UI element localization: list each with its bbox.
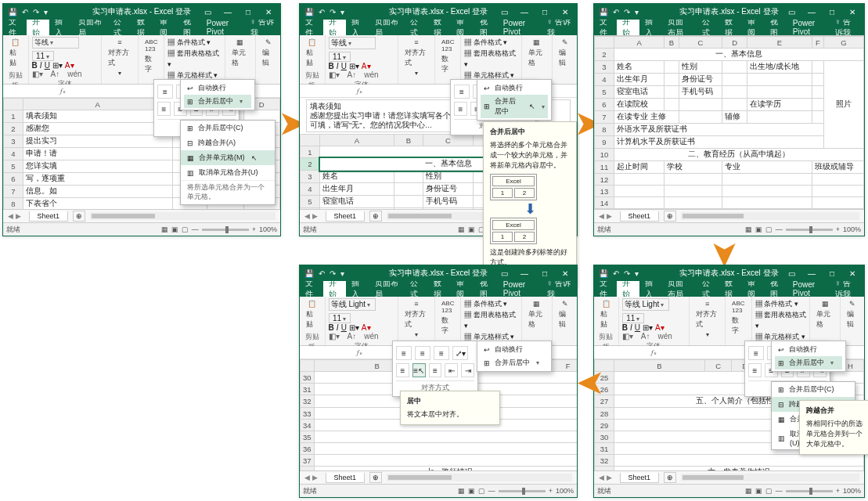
- italic-button[interactable]: I: [630, 323, 632, 332]
- phonetic-icon[interactable]: wén: [364, 332, 378, 341]
- add-sheet-button[interactable]: ⊕: [664, 472, 676, 483]
- view-break-icon[interactable]: ▢: [182, 225, 189, 233]
- paste-button[interactable]: 📋粘贴: [303, 37, 322, 70]
- underline-button[interactable]: U: [45, 61, 50, 70]
- view-layout-icon[interactable]: ▣: [468, 487, 475, 495]
- tab-file[interactable]: 文件: [300, 281, 323, 297]
- cell[interactable]: 六、发表著作情况: [614, 467, 864, 471]
- fx-icon[interactable]: 𝑓ₓ: [648, 348, 660, 357]
- bold-button[interactable]: B: [32, 61, 38, 70]
- cells-button[interactable]: ▦单元格: [525, 37, 549, 70]
- col-header[interactable]: F: [812, 37, 823, 49]
- tab-insert[interactable]: 插入: [639, 281, 662, 297]
- merge-center-split[interactable]: ⊞合并后居中: [184, 95, 251, 108]
- increase-font-icon[interactable]: A↑: [641, 332, 650, 341]
- tab-powerpivot[interactable]: Power Pivot: [498, 20, 542, 35]
- cell[interactable]: 寝室电话: [614, 86, 665, 99]
- cond-format-button[interactable]: ▦ 条件格式 ▾: [755, 298, 807, 309]
- cond-format-button[interactable]: ▦ 条件格式 ▾: [464, 298, 517, 309]
- font-size[interactable]: 11: [622, 313, 644, 323]
- border-icon[interactable]: ⊞▾: [349, 62, 359, 70]
- view-normal-icon[interactable]: ▦: [745, 487, 752, 495]
- editing-button[interactable]: ✎编辑: [844, 298, 861, 331]
- h-scrollbar[interactable]: [387, 474, 572, 481]
- align-left-icon[interactable]: ≡: [748, 363, 762, 377]
- cell[interactable]: 写，逐项重: [23, 173, 173, 186]
- view-normal-icon[interactable]: ▦: [161, 225, 168, 233]
- editing-button[interactable]: ✎ 编辑: [259, 37, 277, 70]
- cell[interactable]: 申请！请: [23, 148, 173, 160]
- fontcolor-icon[interactable]: A▾: [362, 323, 371, 332]
- tab-tellme[interactable]: ♀ 告诉我: [830, 20, 864, 35]
- number-button[interactable]: ABC123数字: [729, 298, 747, 337]
- cell[interactable]: 在读专业 主修: [614, 111, 679, 124]
- align-center-icon[interactable]: ≡↖: [412, 363, 426, 377]
- tab-review[interactable]: 审阅: [451, 20, 474, 35]
- tab-file[interactable]: 文件: [594, 20, 617, 35]
- fx-icon[interactable]: 𝑓ₓ: [354, 348, 366, 357]
- indent-inc-icon[interactable]: ⇥: [461, 363, 474, 377]
- merge-center-split[interactable]: ⊞合并后居中: [775, 356, 842, 369]
- cell[interactable]: 外语水平及所获证书: [614, 124, 824, 136]
- qat-undo-icon[interactable]: ↶: [22, 8, 28, 16]
- cell[interactable]: 班级或辅导: [812, 161, 863, 174]
- view-normal-icon[interactable]: ▦: [458, 225, 465, 233]
- orientation-icon[interactable]: ⤢▾: [452, 346, 468, 360]
- italic-button[interactable]: I: [337, 323, 339, 332]
- cell[interactable]: 您详实填: [23, 160, 173, 173]
- tab-view[interactable]: 视图: [765, 281, 787, 297]
- increase-font-icon[interactable]: A↑: [348, 70, 357, 79]
- font-size[interactable]: 11: [329, 313, 351, 323]
- zoom-in-button[interactable]: +: [836, 487, 840, 495]
- tab-data[interactable]: 数据: [428, 281, 452, 297]
- align-top-icon[interactable]: ≡: [396, 346, 412, 360]
- photo-placeholder[interactable]: 照片: [824, 61, 864, 149]
- cell[interactable]: 辅修: [722, 111, 747, 124]
- align-middle-icon[interactable]: ≡: [415, 346, 430, 360]
- spreadsheet[interactable]: ABCDEFG 2一、基本信息 3姓名性别出生地/成长地照片 4出生年月身份证号…: [594, 36, 864, 209]
- cell[interactable]: 身份证号: [423, 183, 473, 196]
- qat-more-icon[interactable]: ▾: [44, 8, 48, 16]
- wrap-text-button[interactable]: ↩自动换行: [775, 343, 842, 356]
- col-header[interactable]: C: [705, 360, 732, 372]
- tab-formulas[interactable]: 公式: [405, 281, 428, 297]
- sheet-nav[interactable]: ◀ ▶: [3, 212, 26, 220]
- zoom-slider[interactable]: [499, 490, 546, 492]
- cell[interactable]: 感谢您: [23, 123, 173, 135]
- merge-across-item[interactable]: ⊟跨越合并(A): [181, 135, 275, 150]
- cond-format-button[interactable]: ▦ 条件格式 ▾: [167, 37, 221, 48]
- table-format-button[interactable]: ▦ 套用表格格式 ▾: [464, 48, 517, 70]
- add-sheet-button[interactable]: ⊕: [664, 211, 676, 222]
- bold-button[interactable]: B: [622, 323, 628, 332]
- font-family[interactable]: 等线 Light: [622, 298, 669, 311]
- cell[interactable]: 在读院校: [320, 208, 394, 210]
- wrap-text-button[interactable]: ↩自动换行: [184, 81, 251, 95]
- tab-powerpivot[interactable]: Power Pivot: [201, 20, 245, 35]
- cell[interactable]: 信息。如: [23, 186, 173, 198]
- view-layout-icon[interactable]: ▣: [171, 225, 178, 233]
- tab-insert[interactable]: 插入: [346, 20, 369, 35]
- fontcolor-icon[interactable]: A▾: [65, 61, 74, 70]
- increase-font-icon[interactable]: A↑: [348, 332, 357, 341]
- cell[interactable]: 出生年月: [320, 183, 394, 196]
- tab-tellme[interactable]: ♀ 告诉我: [245, 20, 281, 35]
- cell[interactable]: 学校: [665, 161, 722, 174]
- tab-home[interactable]: 开始: [617, 281, 639, 297]
- tab-file[interactable]: 文件: [594, 281, 617, 297]
- sheet-tab[interactable]: Sheet1: [620, 473, 660, 483]
- zoom-label[interactable]: 100%: [556, 487, 574, 495]
- tab-pagelayout[interactable]: 页面布局: [369, 20, 405, 35]
- sheet-tab[interactable]: Sheet1: [620, 211, 660, 222]
- tab-formulas[interactable]: 公式: [108, 20, 131, 35]
- close-icon[interactable]: ✕: [260, 8, 277, 16]
- tab-view[interactable]: 视图: [474, 281, 498, 297]
- font-size[interactable]: 11: [32, 51, 54, 61]
- number-button[interactable]: ABC123 数字: [142, 37, 160, 76]
- col-header[interactable]: A: [614, 37, 665, 49]
- editing-button[interactable]: ✎编辑: [556, 37, 574, 70]
- tab-view[interactable]: 视图: [474, 20, 498, 35]
- view-layout-icon[interactable]: ▣: [755, 225, 762, 233]
- add-sheet-button[interactable]: ⊕: [369, 472, 382, 483]
- indent-dec-icon[interactable]: ⇤: [445, 363, 458, 377]
- merge-center-split[interactable]: ⊞合并后居中 ↖: [481, 95, 548, 118]
